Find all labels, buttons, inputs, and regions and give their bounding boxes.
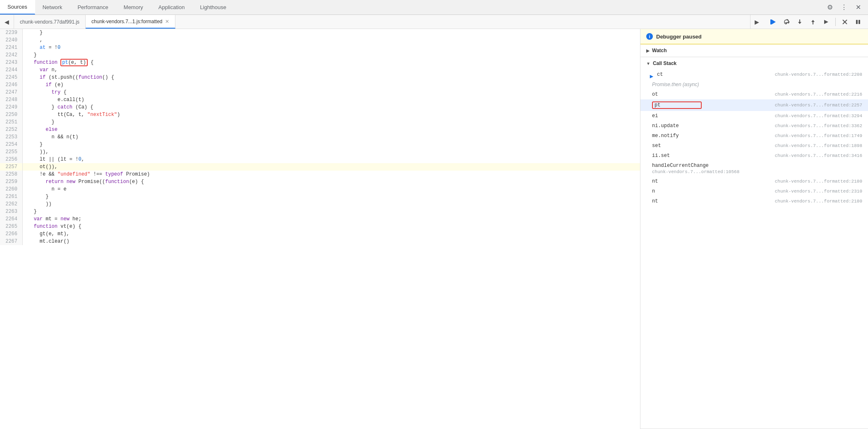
watch-chevron: ▶ bbox=[646, 48, 650, 53]
code-line-2242: 2242 } bbox=[0, 51, 640, 59]
code-line-2250: 2250 tt(Ca, t, "nextTick") bbox=[0, 111, 640, 118]
code-line-2261: 2261 } bbox=[0, 193, 640, 200]
call-stack-item-me-notify[interactable]: me.notify chunk-vendors.7...formatted:17… bbox=[640, 131, 868, 141]
call-fn-set: set bbox=[652, 143, 702, 149]
code-line-2248: 2248 e.call(t) bbox=[0, 96, 640, 104]
code-lines-container: 2239 } 2240 , 2241 at = !0 2242 } 2243 bbox=[0, 29, 640, 245]
more-options-icon[interactable]: ⋮ bbox=[838, 2, 850, 13]
code-line-2241: 2241 at = !0 bbox=[0, 44, 640, 51]
code-line-2263: 2263 } bbox=[0, 208, 640, 215]
call-file-ot: chunk-vendors.7...formatted:2216 bbox=[705, 92, 862, 97]
call-stack-item-ot[interactable]: ot chunk-vendors.7...formatted:2216 bbox=[640, 89, 868, 99]
call-fn-nt-1: nt bbox=[652, 178, 702, 184]
main-tab-bar: Sources Network Performance Memory Appli… bbox=[0, 0, 868, 15]
tab-memory[interactable]: Memory bbox=[116, 0, 151, 14]
code-line-2240: 2240 , bbox=[0, 36, 640, 44]
code-line-2251: 2251 } bbox=[0, 118, 640, 126]
call-fn-nt-2: nt bbox=[652, 198, 702, 204]
code-line-2245: 2245 if (st.push((function() { bbox=[0, 74, 640, 81]
step-into-btn[interactable] bbox=[794, 16, 806, 28]
call-file-nt-1: chunk-vendors.7...formatted:2180 bbox=[705, 179, 862, 184]
code-line-2253: 2253 n && n(t) bbox=[0, 133, 640, 141]
file-tab-2-close[interactable]: ✕ bbox=[165, 19, 169, 24]
tab-performance[interactable]: Performance bbox=[70, 0, 116, 14]
code-line-2264: 2264 var mt = new he; bbox=[0, 215, 640, 223]
code-editor[interactable]: 2239 } 2240 , 2241 at = !0 2242 } 2243 bbox=[0, 29, 640, 429]
code-line-2265: 2265 function vt(e) { bbox=[0, 223, 640, 230]
code-line-2260: 2260 n = e bbox=[0, 186, 640, 193]
watch-label: Watch bbox=[652, 48, 667, 53]
main-layout: 2239 } 2240 , 2241 at = !0 2242 } 2243 bbox=[0, 29, 868, 429]
call-stack-async-sep: Promise.then (async) bbox=[640, 80, 868, 89]
call-fn-ct: ct bbox=[657, 72, 707, 77]
run-icon-btn[interactable]: ▶ bbox=[750, 15, 763, 29]
file-tab-bar: ◀ chunk-vendors.77daf991.js chunk-vendor… bbox=[0, 15, 868, 29]
svg-rect-11 bbox=[858, 20, 860, 24]
close-devtools-icon[interactable]: ✕ bbox=[852, 2, 864, 13]
call-stack-item-ei[interactable]: ei chunk-vendors.7...formatted:3294 bbox=[640, 111, 868, 121]
call-stack-header[interactable]: ▼ Call Stack bbox=[640, 57, 868, 70]
svg-marker-6 bbox=[811, 20, 815, 22]
call-stack-item-ct[interactable]: ► ct chunk-vendors.7...formatted:2208 bbox=[640, 70, 868, 80]
code-line-2267: 2267 mt.clear() bbox=[0, 238, 640, 245]
file-tab-1[interactable]: chunk-vendors.77daf991.js bbox=[14, 15, 86, 29]
code-line-2259: 2259 return new Promise((function(e) { bbox=[0, 178, 640, 186]
call-fn-handleCurrentChange: handleCurrentChange bbox=[652, 163, 709, 169]
code-line-2258: 2258 !e && "undefined" !== typeof Promis… bbox=[0, 171, 640, 178]
call-stack-item-nt-2[interactable]: nt chunk-vendors.7...formatted:2180 bbox=[640, 196, 868, 206]
watch-section: ▶ Watch bbox=[640, 44, 868, 57]
call-stack-content: ► ct chunk-vendors.7...formatted:2208 Pr… bbox=[640, 70, 868, 206]
tab-application[interactable]: Application bbox=[151, 0, 193, 14]
svg-rect-10 bbox=[856, 20, 858, 24]
call-stack-item-handle-current-change[interactable]: handleCurrentChange chunk-vendors.7...or… bbox=[640, 161, 868, 176]
svg-marker-0 bbox=[772, 19, 776, 24]
file-tab-1-label: chunk-vendors.77daf991.js bbox=[20, 19, 79, 25]
call-stack-item-pt[interactable]: pt chunk-vendors.7...formatted:2257 bbox=[640, 99, 868, 111]
tab-sources[interactable]: Sources bbox=[0, 0, 35, 14]
call-stack-list: ► ct chunk-vendors.7...formatted:2208 Pr… bbox=[640, 70, 868, 206]
debug-toolbar bbox=[763, 15, 868, 29]
step-out-btn[interactable] bbox=[807, 16, 819, 28]
call-stack-label: Call Stack bbox=[653, 60, 676, 66]
call-fn-me-notify: me.notify bbox=[652, 133, 702, 139]
call-stack-item-nt-1[interactable]: nt chunk-vendors.7...formatted:2180 bbox=[640, 176, 868, 186]
call-file-set: chunk-vendors.7...formatted:1898 bbox=[705, 143, 862, 148]
code-line-2239: 2239 } bbox=[0, 29, 640, 36]
deactivate-breakpoints-btn[interactable] bbox=[839, 16, 851, 28]
watch-header[interactable]: ▶ Watch bbox=[640, 44, 868, 57]
debugger-paused-banner: i Debugger paused bbox=[640, 29, 868, 44]
call-fn-ot: ot bbox=[652, 92, 702, 97]
call-fn-ii-set: ii.set bbox=[652, 153, 702, 159]
call-stack-item-n[interactable]: n chunk-vendors.7...formatted:2310 bbox=[640, 186, 868, 196]
svg-marker-7 bbox=[824, 20, 828, 24]
step-btn[interactable] bbox=[820, 16, 832, 28]
info-icon: i bbox=[646, 33, 653, 40]
current-arrow-icon: ► bbox=[649, 73, 652, 76]
code-line-2257: 2257 ot()), bbox=[0, 163, 640, 171]
call-stack-chevron: ▼ bbox=[646, 61, 650, 66]
step-over-btn[interactable] bbox=[781, 16, 792, 28]
file-tab-2[interactable]: chunk-vendors.7...1.js:formatted ✕ bbox=[86, 15, 175, 29]
tab-lighthouse[interactable]: Lighthouse bbox=[192, 0, 234, 14]
file-tab-2-label: chunk-vendors.7...1.js:formatted bbox=[91, 19, 162, 24]
settings-icon[interactable]: ⚙ bbox=[824, 2, 836, 13]
tab-bar-toolbar: ⚙ ⋮ ✕ bbox=[820, 0, 868, 14]
call-file-n: chunk-vendors.7...formatted:2310 bbox=[705, 189, 862, 194]
code-line-2249: 2249 } catch (Ca) { bbox=[0, 104, 640, 111]
sidebar-toggle[interactable]: ◀ bbox=[0, 15, 14, 29]
call-file-pt: chunk-vendors.7...formatted:2257 bbox=[705, 103, 862, 108]
pause-on-exceptions-btn[interactable] bbox=[852, 16, 864, 28]
code-line-2247: 2247 try { bbox=[0, 89, 640, 96]
resume-btn[interactable] bbox=[767, 16, 779, 28]
code-line-2262: 2262 )) bbox=[0, 200, 640, 208]
call-stack-item-set[interactable]: set chunk-vendors.7...formatted:1898 bbox=[640, 141, 868, 151]
call-file-ii-set: chunk-vendors.7...formatted:3416 bbox=[705, 153, 862, 158]
call-file-ei: chunk-vendors.7...formatted:3294 bbox=[705, 113, 862, 118]
call-stack-item-ii-set[interactable]: ii.set chunk-vendors.7...formatted:3416 bbox=[640, 151, 868, 161]
call-fn-ei: ei bbox=[652, 113, 702, 119]
tab-network[interactable]: Network bbox=[35, 0, 70, 14]
call-fn-pt: pt bbox=[652, 101, 702, 109]
debugger-paused-label: Debugger paused bbox=[656, 34, 702, 40]
tab-bar-spacer bbox=[234, 0, 820, 14]
call-stack-item-ni-update[interactable]: ni.update chunk-vendors.7...formatted:33… bbox=[640, 121, 868, 131]
